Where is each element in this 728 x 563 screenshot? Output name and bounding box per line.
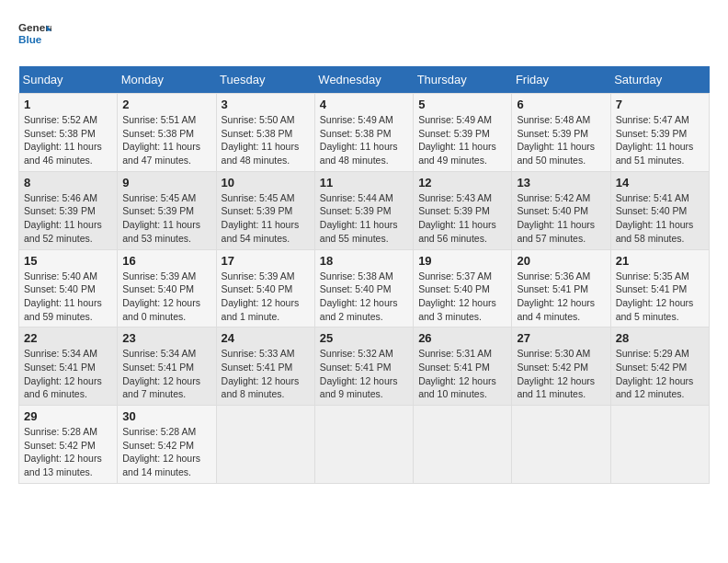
day-info: Sunrise: 5:34 AM Sunset: 5:41 PM Dayligh…	[24, 347, 112, 401]
day-number: 13	[517, 176, 605, 190]
day-info: Sunrise: 5:29 AM Sunset: 5:42 PM Dayligh…	[616, 347, 704, 401]
day-info: Sunrise: 5:45 AM Sunset: 5:39 PM Dayligh…	[222, 191, 310, 246]
calendar-cell: 5Sunrise: 5:49 AM Sunset: 5:39 PM Daylig…	[414, 94, 512, 172]
weekday-header-tuesday: Tuesday	[216, 66, 314, 94]
calendar-week-4: 22Sunrise: 5:34 AM Sunset: 5:41 PM Dayli…	[19, 327, 710, 406]
day-number: 1	[24, 98, 112, 111]
day-info: Sunrise: 5:39 AM Sunset: 5:40 PM Dayligh…	[122, 270, 210, 324]
calendar-cell	[216, 406, 314, 484]
day-info: Sunrise: 5:33 AM Sunset: 5:41 PM Dayligh…	[222, 347, 310, 401]
calendar-cell: 12Sunrise: 5:43 AM Sunset: 5:39 PM Dayli…	[414, 171, 512, 249]
day-number: 20	[517, 254, 605, 268]
calendar-cell: 22Sunrise: 5:34 AM Sunset: 5:41 PM Dayli…	[19, 327, 118, 406]
day-info: Sunrise: 5:47 AM Sunset: 5:39 PM Dayligh…	[616, 113, 704, 167]
day-number: 19	[418, 254, 506, 268]
weekday-header-monday: Monday	[118, 66, 216, 94]
svg-text:Blue: Blue	[18, 33, 42, 45]
day-number: 17	[222, 254, 310, 268]
calendar-cell: 10Sunrise: 5:45 AM Sunset: 5:39 PM Dayli…	[216, 171, 314, 249]
calendar-cell: 14Sunrise: 5:41 AM Sunset: 5:40 PM Dayli…	[610, 171, 709, 249]
calendar-cell: 1Sunrise: 5:52 AM Sunset: 5:38 PM Daylig…	[19, 94, 118, 172]
calendar-cell: 28Sunrise: 5:29 AM Sunset: 5:42 PM Dayli…	[610, 327, 709, 406]
weekday-header-friday: Friday	[512, 66, 610, 94]
calendar-cell: 27Sunrise: 5:30 AM Sunset: 5:42 PM Dayli…	[512, 327, 610, 406]
day-info: Sunrise: 5:42 AM Sunset: 5:40 PM Dayligh…	[517, 191, 605, 246]
calendar-cell: 3Sunrise: 5:50 AM Sunset: 5:38 PM Daylig…	[216, 94, 314, 172]
day-info: Sunrise: 5:49 AM Sunset: 5:39 PM Dayligh…	[418, 113, 506, 167]
day-info: Sunrise: 5:51 AM Sunset: 5:38 PM Dayligh…	[122, 113, 210, 167]
calendar-week-3: 15Sunrise: 5:40 AM Sunset: 5:40 PM Dayli…	[19, 249, 710, 327]
day-info: Sunrise: 5:37 AM Sunset: 5:40 PM Dayligh…	[418, 270, 506, 324]
calendar-cell: 21Sunrise: 5:35 AM Sunset: 5:41 PM Dayli…	[610, 249, 709, 327]
day-number: 4	[320, 98, 408, 111]
day-info: Sunrise: 5:52 AM Sunset: 5:38 PM Dayligh…	[24, 113, 112, 167]
calendar-cell: 11Sunrise: 5:44 AM Sunset: 5:39 PM Dayli…	[314, 171, 413, 249]
day-number: 6	[517, 98, 605, 111]
day-info: Sunrise: 5:46 AM Sunset: 5:39 PM Dayligh…	[24, 191, 112, 246]
day-number: 27	[517, 331, 605, 345]
calendar-week-2: 8Sunrise: 5:46 AM Sunset: 5:39 PM Daylig…	[19, 171, 710, 249]
weekday-header-sunday: Sunday	[19, 66, 118, 94]
calendar-body: 1Sunrise: 5:52 AM Sunset: 5:38 PM Daylig…	[19, 94, 710, 484]
day-info: Sunrise: 5:36 AM Sunset: 5:41 PM Dayligh…	[517, 270, 605, 324]
calendar-cell: 24Sunrise: 5:33 AM Sunset: 5:41 PM Dayli…	[216, 327, 314, 406]
day-info: Sunrise: 5:45 AM Sunset: 5:39 PM Dayligh…	[122, 191, 210, 246]
calendar-cell: 2Sunrise: 5:51 AM Sunset: 5:38 PM Daylig…	[118, 94, 216, 172]
weekday-header-thursday: Thursday	[414, 66, 512, 94]
calendar-cell: 20Sunrise: 5:36 AM Sunset: 5:41 PM Dayli…	[512, 249, 610, 327]
day-number: 25	[320, 331, 408, 345]
day-info: Sunrise: 5:31 AM Sunset: 5:41 PM Dayligh…	[418, 347, 506, 401]
day-info: Sunrise: 5:28 AM Sunset: 5:42 PM Dayligh…	[24, 425, 112, 479]
calendar-cell: 7Sunrise: 5:47 AM Sunset: 5:39 PM Daylig…	[610, 94, 709, 172]
day-number: 22	[24, 331, 112, 345]
calendar-header: SundayMondayTuesdayWednesdayThursdayFrid…	[19, 66, 710, 94]
calendar-cell: 30Sunrise: 5:28 AM Sunset: 5:42 PM Dayli…	[118, 406, 216, 484]
weekday-header-saturday: Saturday	[610, 66, 709, 94]
day-info: Sunrise: 5:39 AM Sunset: 5:40 PM Dayligh…	[222, 270, 310, 324]
day-number: 15	[24, 254, 112, 268]
logo-icon: General Blue	[18, 18, 51, 52]
calendar-table: SundayMondayTuesdayWednesdayThursdayFrid…	[18, 66, 710, 484]
calendar-cell: 19Sunrise: 5:37 AM Sunset: 5:40 PM Dayli…	[414, 249, 512, 327]
calendar-week-5: 29Sunrise: 5:28 AM Sunset: 5:42 PM Dayli…	[19, 406, 710, 484]
weekday-header-row: SundayMondayTuesdayWednesdayThursdayFrid…	[19, 66, 710, 94]
day-info: Sunrise: 5:50 AM Sunset: 5:38 PM Dayligh…	[222, 113, 310, 167]
day-number: 7	[616, 98, 704, 111]
day-number: 10	[222, 176, 310, 190]
calendar-cell: 16Sunrise: 5:39 AM Sunset: 5:40 PM Dayli…	[118, 249, 216, 327]
day-info: Sunrise: 5:41 AM Sunset: 5:40 PM Dayligh…	[616, 191, 704, 246]
day-info: Sunrise: 5:32 AM Sunset: 5:41 PM Dayligh…	[320, 347, 408, 401]
day-number: 28	[616, 331, 704, 345]
calendar-cell	[414, 406, 512, 484]
calendar-week-1: 1Sunrise: 5:52 AM Sunset: 5:38 PM Daylig…	[19, 94, 710, 172]
calendar-cell: 9Sunrise: 5:45 AM Sunset: 5:39 PM Daylig…	[118, 171, 216, 249]
day-info: Sunrise: 5:35 AM Sunset: 5:41 PM Dayligh…	[616, 270, 704, 324]
day-info: Sunrise: 5:49 AM Sunset: 5:38 PM Dayligh…	[320, 113, 408, 167]
day-info: Sunrise: 5:30 AM Sunset: 5:42 PM Dayligh…	[517, 347, 605, 401]
day-number: 12	[418, 176, 506, 190]
day-number: 26	[418, 331, 506, 345]
day-number: 11	[320, 176, 408, 190]
logo: General Blue	[18, 18, 51, 52]
day-info: Sunrise: 5:48 AM Sunset: 5:39 PM Dayligh…	[517, 113, 605, 167]
day-number: 16	[122, 254, 210, 268]
calendar-cell	[314, 406, 413, 484]
calendar-cell: 8Sunrise: 5:46 AM Sunset: 5:39 PM Daylig…	[19, 171, 118, 249]
day-number: 8	[24, 176, 112, 190]
calendar-cell: 23Sunrise: 5:34 AM Sunset: 5:41 PM Dayli…	[118, 327, 216, 406]
calendar-cell: 29Sunrise: 5:28 AM Sunset: 5:42 PM Dayli…	[19, 406, 118, 484]
calendar-cell: 6Sunrise: 5:48 AM Sunset: 5:39 PM Daylig…	[512, 94, 610, 172]
day-number: 18	[320, 254, 408, 268]
calendar-cell: 18Sunrise: 5:38 AM Sunset: 5:40 PM Dayli…	[314, 249, 413, 327]
calendar-cell	[610, 406, 709, 484]
day-number: 5	[418, 98, 506, 111]
calendar-cell: 17Sunrise: 5:39 AM Sunset: 5:40 PM Dayli…	[216, 249, 314, 327]
day-number: 24	[222, 331, 310, 345]
calendar-cell: 15Sunrise: 5:40 AM Sunset: 5:40 PM Dayli…	[19, 249, 118, 327]
day-number: 9	[122, 176, 210, 190]
day-number: 3	[222, 98, 310, 111]
weekday-header-wednesday: Wednesday	[314, 66, 413, 94]
day-info: Sunrise: 5:28 AM Sunset: 5:42 PM Dayligh…	[122, 425, 210, 479]
calendar-cell: 26Sunrise: 5:31 AM Sunset: 5:41 PM Dayli…	[414, 327, 512, 406]
calendar-cell: 25Sunrise: 5:32 AM Sunset: 5:41 PM Dayli…	[314, 327, 413, 406]
